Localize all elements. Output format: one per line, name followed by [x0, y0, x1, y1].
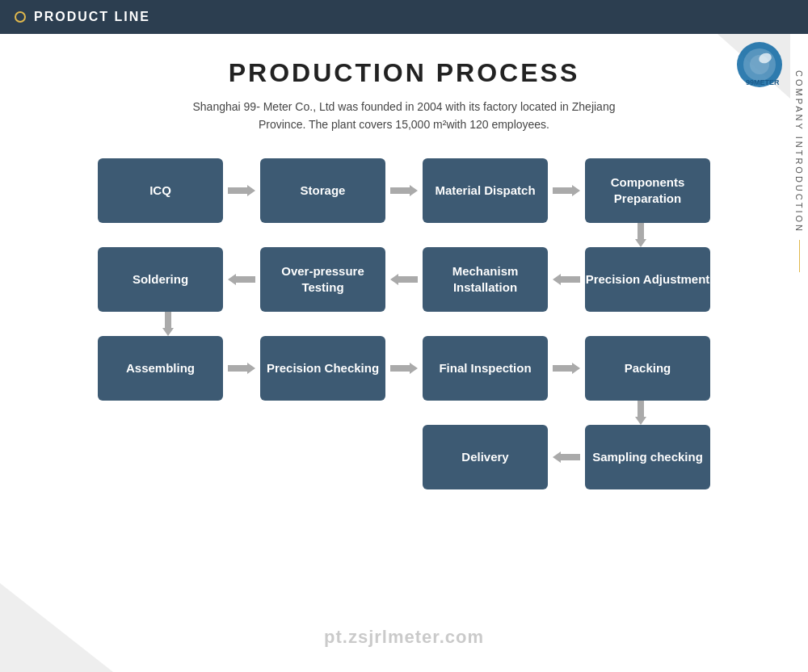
flow-box-assembling: Assembling [98, 336, 223, 401]
description: Shanghai 99- Meter Co., Ltd was founded … [40, 98, 768, 134]
arrow-mechanism-overpressure [389, 272, 419, 287]
svg-marker-8 [635, 223, 646, 247]
arrow-assembling-precision-checking [226, 361, 257, 376]
flow-box-mechanism-installation: Mechanism Installation [423, 247, 548, 312]
logo-area: 99METER [723, 40, 784, 96]
flow-box-delivery: Delivery [423, 425, 548, 489]
down-arrow-row-2 [105, 312, 703, 336]
flow-box-precision-adjustment: Precision Adjustment [585, 247, 710, 312]
arrow-storage-material [389, 183, 419, 198]
flow-box-components-preparation: Components Preparation [585, 158, 710, 223]
arrow-sampling-delivery [551, 450, 582, 464]
svg-marker-9 [228, 274, 255, 285]
svg-marker-15 [553, 363, 580, 374]
flow-row-3: Assembling Precision Checking Final Insp… [98, 336, 710, 401]
svg-marker-13 [228, 363, 255, 374]
logo-icon: 99METER [723, 40, 784, 93]
header-title: PRODUCT LINE [34, 10, 150, 24]
flow-box-sampling-checking: Sampling checking [585, 425, 710, 489]
svg-text:99METER: 99METER [746, 78, 780, 86]
arrow-precision-adj-mechanism [551, 272, 582, 287]
arrow-down-packing [578, 401, 703, 425]
flow-box-precision-checking: Precision Checking [260, 336, 385, 401]
watermark: pt.zsjrlmeter.com [324, 627, 484, 648]
header: PRODUCT LINE [0, 0, 808, 34]
flow-diagram: ICQ Storage Material Dispatch Components… [40, 158, 768, 489]
empty-1 [98, 425, 223, 489]
flow-row-4: Delivery Sampling checking [98, 425, 710, 489]
flow-box-storage: Storage [260, 158, 385, 223]
arrow-overpressure-soldering [226, 272, 257, 287]
flow-row-1: ICQ Storage Material Dispatch Components… [98, 158, 710, 223]
flow-box-packing: Packing [585, 336, 710, 401]
svg-marker-6 [390, 185, 418, 196]
svg-marker-11 [553, 274, 580, 285]
main-content: PRODUCTION PROCESS Shanghai 99- Meter Co… [0, 34, 808, 498]
flow-row-2: Soldering Over-pressure Testing Mechanis… [98, 247, 710, 312]
arrow-material-components [551, 183, 582, 198]
svg-marker-17 [553, 452, 580, 463]
flow-box-soldering: Soldering [98, 247, 223, 312]
down-arrow-row-1 [105, 223, 703, 247]
down-arrow-row-3 [105, 401, 703, 425]
flow-box-final-inspection: Final Inspection [423, 336, 548, 401]
decoration-triangle-bottom-left [0, 583, 113, 672]
svg-marker-7 [553, 185, 580, 196]
flow-box-over-pressure-testing: Over-pressure Testing [260, 247, 385, 312]
flow-box-material-dispatch: Material Dispatch [423, 158, 548, 223]
page-title: PRODUCTION PROCESS [40, 58, 768, 88]
svg-marker-10 [390, 274, 418, 285]
arrow-down-components [578, 223, 703, 247]
arrow-final-packing [551, 361, 582, 376]
arrow-precision-checking-final [389, 361, 419, 376]
arrow-down-soldering [105, 312, 230, 336]
svg-marker-5 [228, 185, 255, 196]
svg-marker-16 [635, 401, 646, 425]
arrow-icq-storage [226, 183, 257, 198]
header-circle-icon [15, 11, 26, 23]
svg-marker-12 [162, 312, 174, 336]
empty-2 [260, 425, 385, 489]
svg-marker-14 [390, 363, 418, 374]
flow-box-icq: ICQ [98, 158, 223, 223]
